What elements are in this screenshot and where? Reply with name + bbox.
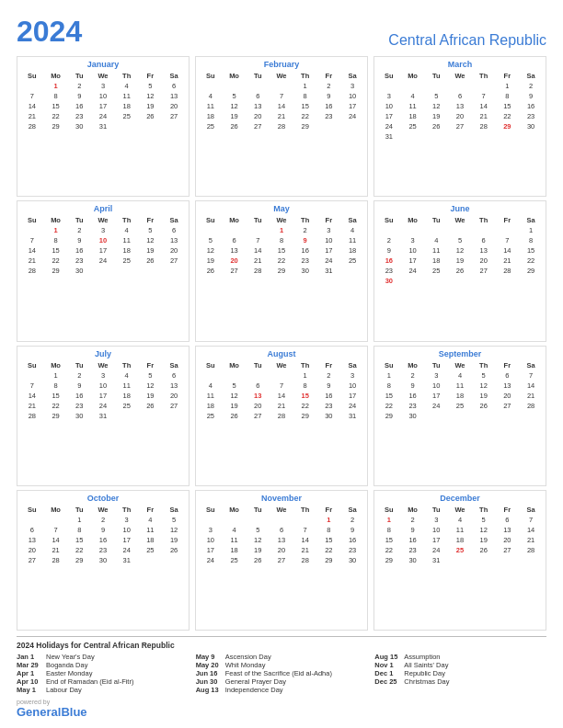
cal-day: 29 <box>270 266 293 276</box>
month-block-january: JanuarySuMoTuWeThFrSa1234567891011121314… <box>17 56 190 197</box>
weekday-header: Th <box>293 505 317 515</box>
cal-day: 1 <box>496 81 520 91</box>
cal-day: 31 <box>340 411 364 421</box>
cal-day: 28 <box>496 266 520 276</box>
weekday-header: Sa <box>519 360 543 370</box>
cal-day: 10 <box>401 245 425 256</box>
cal-day: 7 <box>44 525 68 535</box>
cal-day: 15 <box>44 101 68 111</box>
weekday-header: We <box>270 215 293 225</box>
cal-day: 2 <box>340 515 364 525</box>
cal-day: 19 <box>139 391 163 401</box>
cal-day: 12 <box>199 245 223 256</box>
month-block-may: MaySuMoTuWeThFrSa12345678910111213141516… <box>195 200 368 341</box>
cal-day <box>424 411 448 421</box>
cal-day: 29 <box>519 266 543 276</box>
cal-day: 20 <box>448 111 472 121</box>
cal-day: 19 <box>472 535 496 545</box>
cal-day: 28 <box>293 555 317 565</box>
holidays-column: Jan 1New Year's DayMar 29Boganda DayApr … <box>17 653 189 694</box>
weekday-header: Tu <box>424 505 448 515</box>
weekday-header: Th <box>472 71 496 81</box>
weekday-header: Tu <box>67 71 91 81</box>
cal-day: 18 <box>199 111 223 121</box>
cal-day: 12 <box>139 235 163 245</box>
weekday-header: Tu <box>67 215 91 225</box>
cal-day: 23 <box>67 111 91 121</box>
cal-day: 10 <box>317 235 341 245</box>
cal-day: 18 <box>115 101 139 111</box>
cal-day: 14 <box>20 101 44 111</box>
cal-day <box>223 81 247 91</box>
cal-day: 14 <box>270 101 293 111</box>
weekday-header: Sa <box>162 71 186 81</box>
holiday-date: Aug 15 <box>374 653 400 661</box>
weekday-header: We <box>448 360 472 370</box>
cal-day: 13 <box>223 245 247 256</box>
cal-day: 22 <box>293 111 317 121</box>
cal-day: 13 <box>162 381 186 391</box>
cal-day: 21 <box>270 401 293 411</box>
cal-day <box>199 225 223 235</box>
month-block-october: OctoberSuMoTuWeThFrSa1234567891011121314… <box>17 490 190 631</box>
cal-day: 5 <box>472 370 496 381</box>
cal-day: 23 <box>340 545 364 555</box>
weekday-header: Tu <box>246 360 270 370</box>
cal-day: 27 <box>472 266 496 276</box>
cal-day: 15 <box>377 535 401 545</box>
month-block-february: FebruarySuMoTuWeThFrSa123456789101112131… <box>195 56 368 197</box>
cal-day: 25 <box>115 401 139 411</box>
cal-day: 1 <box>44 225 68 235</box>
cal-day: 22 <box>377 545 401 555</box>
cal-day: 14 <box>44 535 68 545</box>
weekday-header: Fr <box>317 360 341 370</box>
cal-day <box>162 555 186 565</box>
cal-day: 6 <box>162 81 186 91</box>
cal-day <box>139 555 163 565</box>
cal-day: 8 <box>519 235 543 245</box>
cal-table: SuMoTuWeThFrSa12345678910111213141516171… <box>20 71 186 131</box>
cal-day: 18 <box>340 245 364 256</box>
cal-day: 20 <box>246 111 270 121</box>
cal-day: 10 <box>424 381 448 391</box>
cal-day: 5 <box>162 515 186 525</box>
cal-day <box>270 370 293 381</box>
cal-day: 7 <box>472 91 496 101</box>
month-name: March <box>377 60 543 69</box>
cal-day: 28 <box>44 555 68 565</box>
month-block-november: NovemberSuMoTuWeThFrSa123456789101112131… <box>195 490 368 631</box>
weekday-header: Su <box>377 505 401 515</box>
cal-day: 18 <box>115 391 139 401</box>
cal-day <box>223 515 247 525</box>
cal-day <box>424 276 448 286</box>
cal-day: 30 <box>340 555 364 565</box>
cal-day: 17 <box>424 535 448 545</box>
cal-day: 18 <box>401 111 425 121</box>
cal-day: 16 <box>340 535 364 545</box>
cal-day: 18 <box>115 245 139 256</box>
cal-day: 14 <box>519 381 543 391</box>
weekday-header: We <box>448 71 472 81</box>
cal-day: 3 <box>340 81 364 91</box>
cal-day: 24 <box>91 111 115 121</box>
weekday-header: Th <box>472 215 496 225</box>
cal-day: 7 <box>293 525 317 535</box>
cal-day: 25 <box>340 256 364 266</box>
holiday-item: Apr 1Easter Monday <box>17 669 189 677</box>
cal-day: 16 <box>91 535 115 545</box>
cal-day <box>472 411 496 421</box>
weekday-header: We <box>448 505 472 515</box>
cal-day: 1 <box>293 370 317 381</box>
cal-day: 26 <box>472 545 496 555</box>
cal-day: 22 <box>44 256 68 266</box>
weekday-header: Th <box>115 505 139 515</box>
cal-day: 11 <box>115 235 139 245</box>
cal-day: 10 <box>91 91 115 101</box>
cal-day: 23 <box>519 111 543 121</box>
cal-day: 5 <box>424 91 448 101</box>
cal-day: 2 <box>317 370 341 381</box>
cal-day <box>162 266 186 276</box>
weekday-header: Mo <box>44 215 68 225</box>
cal-day: 16 <box>67 101 91 111</box>
cal-day: 6 <box>20 525 44 535</box>
